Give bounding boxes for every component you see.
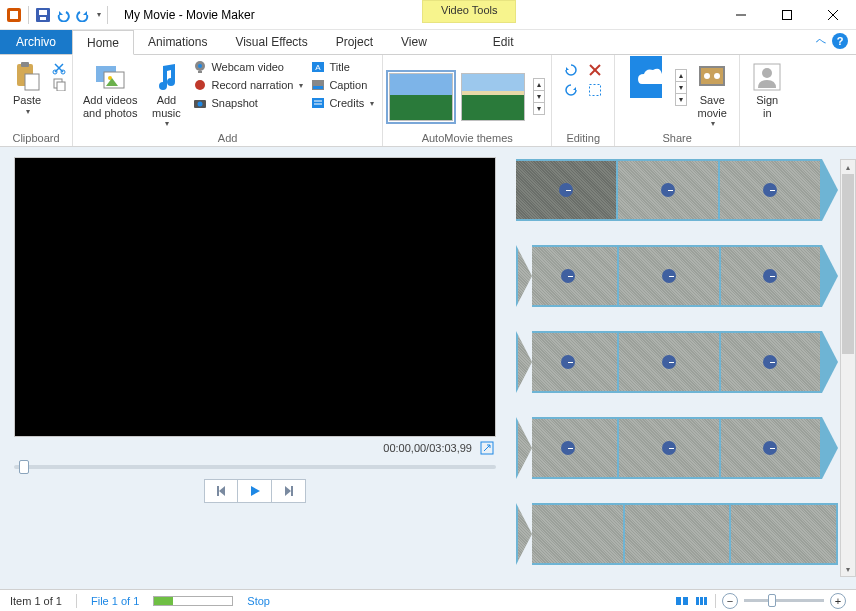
clock-icon — [662, 269, 676, 283]
clock-icon — [763, 269, 777, 283]
title-icon: A — [311, 60, 325, 74]
vertical-scrollbar[interactable]: ▴ ▾ — [840, 159, 856, 577]
delete-icon[interactable] — [588, 63, 602, 77]
credits-button[interactable]: Credits ▾ — [309, 95, 376, 111]
svg-point-39 — [714, 73, 720, 79]
close-button[interactable] — [810, 0, 856, 30]
tab-visual-effects[interactable]: Visual Effects — [221, 30, 321, 54]
save-icon[interactable] — [35, 7, 51, 23]
menu-tabs: Archivo Home Animations Visual Effects P… — [0, 30, 856, 55]
zoom-thumb[interactable] — [768, 594, 776, 607]
clock-icon — [763, 355, 777, 369]
rotate-right-icon[interactable] — [564, 83, 578, 97]
svg-rect-45 — [676, 597, 681, 605]
redo-icon[interactable] — [75, 7, 91, 23]
theme-thumb-2[interactable] — [461, 73, 525, 121]
paste-button[interactable]: Paste ▾ — [6, 59, 48, 118]
prev-frame-button[interactable] — [204, 479, 238, 503]
help-icon[interactable]: ? — [832, 33, 848, 49]
onedrive-icon — [630, 61, 662, 93]
scroll-down-icon[interactable]: ▾ — [841, 562, 855, 576]
svg-rect-34 — [590, 85, 601, 96]
photo-video-icon — [94, 61, 126, 93]
content-area: 00:00,00/03:03,99 — [0, 147, 856, 589]
title-button[interactable]: A Title — [309, 59, 376, 75]
scroll-down-icon[interactable]: ▾ — [533, 91, 545, 103]
add-videos-button[interactable]: Add videos and photos — [79, 59, 141, 121]
theme-thumb-1[interactable] — [389, 73, 453, 121]
video-preview[interactable] — [14, 157, 496, 437]
app-icon — [6, 7, 22, 23]
play-button[interactable] — [238, 479, 272, 503]
seek-thumb[interactable] — [19, 460, 29, 474]
add-music-button[interactable]: Add music ▾ — [145, 59, 187, 130]
svg-rect-43 — [217, 486, 219, 496]
tab-view[interactable]: View — [387, 30, 441, 54]
scroll-up-icon[interactable]: ▴ — [675, 69, 687, 82]
clip-row[interactable] — [516, 331, 838, 393]
svg-rect-29 — [312, 98, 324, 108]
rotate-left-icon[interactable] — [564, 63, 578, 77]
window-controls — [718, 0, 856, 30]
tab-animations[interactable]: Animations — [134, 30, 221, 54]
cut-icon[interactable] — [52, 61, 66, 75]
svg-rect-6 — [783, 11, 792, 20]
tab-file[interactable]: Archivo — [0, 30, 72, 54]
tab-home[interactable]: Home — [72, 30, 134, 55]
clock-icon — [662, 441, 676, 455]
save-movie-button[interactable]: Save movie ▾ — [691, 59, 733, 130]
snapshot-button[interactable]: Snapshot — [191, 95, 305, 111]
scrollbar-thumb[interactable] — [842, 174, 854, 354]
webcam-button[interactable]: Webcam video — [191, 59, 305, 75]
onedrive-button[interactable] — [621, 59, 671, 95]
tab-project[interactable]: Project — [322, 30, 387, 54]
svg-rect-44 — [291, 486, 293, 496]
fullscreen-icon[interactable] — [480, 441, 494, 455]
storyboard: ▴ ▾ — [510, 147, 856, 589]
maximize-button[interactable] — [764, 0, 810, 30]
expand-gallery-icon[interactable]: ▾ — [533, 103, 545, 115]
paste-icon — [11, 61, 43, 93]
scroll-down-icon[interactable]: ▾ — [675, 82, 687, 94]
clock-icon — [661, 183, 675, 197]
clip-row[interactable] — [516, 417, 838, 479]
scroll-up-icon[interactable]: ▴ — [841, 160, 855, 174]
zoom-out-button[interactable]: − — [722, 593, 738, 609]
copy-icon[interactable] — [52, 77, 66, 91]
svg-rect-46 — [683, 597, 688, 605]
ribbon-minimize-icon[interactable]: へ — [816, 34, 826, 48]
expand-gallery-icon[interactable]: ▾ — [675, 94, 687, 106]
clock-icon — [763, 183, 777, 197]
select-all-icon[interactable] — [588, 83, 602, 97]
chevron-down-icon: ▾ — [165, 119, 169, 128]
clock-icon — [561, 355, 575, 369]
clock-icon — [559, 183, 573, 197]
clip-row[interactable] — [516, 159, 838, 221]
view-thumbs-small-icon[interactable] — [695, 594, 709, 608]
window-title: My Movie - Movie Maker — [124, 8, 255, 22]
svg-rect-15 — [57, 82, 65, 91]
view-thumbs-icon[interactable] — [675, 594, 689, 608]
svg-rect-4 — [40, 17, 46, 20]
user-icon — [751, 61, 783, 93]
scroll-up-icon[interactable]: ▴ — [533, 78, 545, 91]
minimize-button[interactable] — [718, 0, 764, 30]
group-editing: Editing — [552, 55, 615, 146]
chevron-down-icon: ▾ — [711, 119, 715, 128]
zoom-in-button[interactable]: + — [830, 593, 846, 609]
sign-in-button[interactable]: Sign in — [746, 59, 788, 121]
zoom-slider[interactable] — [744, 599, 824, 602]
undo-icon[interactable] — [55, 7, 71, 23]
microphone-record-icon — [193, 78, 207, 92]
qat-dropdown-icon[interactable]: ▾ — [97, 10, 101, 19]
caption-icon — [311, 78, 325, 92]
seek-slider[interactable] — [14, 465, 496, 469]
status-item-count: Item 1 of 1 — [10, 595, 62, 607]
status-action[interactable]: Stop — [247, 595, 270, 607]
record-narration-button[interactable]: Record narration ▾ — [191, 77, 305, 93]
caption-button[interactable]: Caption — [309, 77, 376, 93]
clip-row[interactable] — [516, 245, 838, 307]
tab-edit[interactable]: Edit — [479, 30, 528, 54]
next-frame-button[interactable] — [272, 479, 306, 503]
clip-row[interactable] — [516, 503, 838, 565]
